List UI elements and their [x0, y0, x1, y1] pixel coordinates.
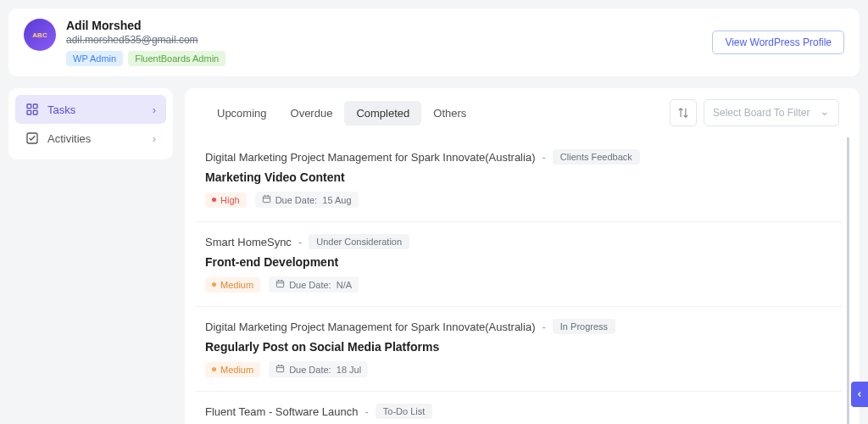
profile-left: ABC Adil Morshed adil.morshed535@gmail.c…: [24, 19, 225, 66]
due-date: Due Date: 15 Aug: [255, 192, 359, 208]
chevron-right-icon: ›: [153, 132, 156, 145]
profile-tags: WP Admin FluentBoards Admin: [66, 51, 225, 66]
breadcrumb-separator: -: [364, 405, 368, 418]
avatar: ABC: [24, 19, 56, 51]
task-meta: Medium Due Date: N/A: [205, 276, 832, 293]
tag-fluentboards-admin: FluentBoards Admin: [128, 51, 225, 66]
priority-badge: Medium: [205, 277, 260, 293]
sidebar-item-label: Activities: [47, 132, 91, 145]
activities-icon: [25, 131, 39, 145]
profile-info: Adil Morshed adil.morshed535@gmail.com W…: [66, 19, 225, 66]
toolbar: UpcomingOverdueCompletedOthers Select Bo…: [185, 88, 860, 137]
task-meta: Medium Due Date: 18 Jul: [205, 361, 832, 377]
task-breadcrumb: Fluent Team - Software Launch - To-Do Li…: [205, 404, 832, 419]
priority-badge: Medium: [205, 362, 260, 377]
priority-dot-icon: [212, 367, 216, 371]
task-stage-badge: In Progress: [553, 319, 615, 334]
task-row[interactable]: Digital Marketing Project Management for…: [195, 137, 842, 222]
profile-name: Adil Morshed: [66, 19, 225, 32]
priority-dot-icon: [212, 198, 216, 202]
priority-badge: High: [205, 192, 247, 208]
sidebar-item-tasks[interactable]: Tasks ›: [15, 95, 166, 124]
breadcrumb-separator: -: [542, 321, 545, 333]
task-stage-badge: Clients Feedback: [553, 149, 640, 165]
sidebar-item-activities[interactable]: Activities ›: [15, 124, 166, 153]
svg-rect-3: [33, 110, 37, 114]
breadcrumb-separator: -: [298, 236, 302, 248]
sort-button[interactable]: [670, 99, 697, 126]
side-fab-button[interactable]: [851, 382, 868, 407]
breadcrumb-separator: -: [542, 151, 545, 164]
board-select[interactable]: Select Board To Filter: [704, 99, 839, 126]
task-project: Fluent Team - Software Launch: [205, 405, 358, 418]
profile-email: adil.morshed535@gmail.com: [66, 34, 225, 46]
task-row[interactable]: Fluent Team - Software Launch - To-Do Li…: [195, 392, 842, 424]
svg-rect-5: [263, 196, 270, 202]
calendar-icon: [262, 194, 271, 205]
task-title: Regularly Post on Social Media Platforms: [205, 340, 832, 354]
task-breadcrumb: Smart HomeSync - Under Consideration: [205, 234, 832, 249]
svg-rect-0: [27, 104, 31, 109]
task-stage-badge: Under Consideration: [309, 234, 409, 249]
task-title: Marketing Video Content: [205, 170, 832, 184]
svg-rect-13: [277, 365, 284, 371]
task-row[interactable]: Digital Marketing Project Management for…: [195, 307, 842, 392]
svg-rect-1: [33, 104, 37, 109]
tasks-icon: [25, 103, 39, 116]
board-select-placeholder: Select Board To Filter: [713, 107, 810, 119]
main-panel: UpcomingOverdueCompletedOthers Select Bo…: [185, 88, 860, 424]
sidebar: Tasks › Activities ›: [8, 88, 173, 159]
due-date: Due Date: N/A: [269, 276, 359, 293]
task-title: Front-end Development: [205, 255, 832, 269]
task-breadcrumb: Digital Marketing Project Management for…: [205, 149, 832, 165]
task-row[interactable]: Smart HomeSync - Under Consideration Fro…: [195, 222, 842, 307]
task-list: Digital Marketing Project Management for…: [185, 137, 860, 424]
view-wordpress-profile-button[interactable]: View WordPress Profile: [712, 31, 844, 54]
task-project: Smart HomeSync: [205, 236, 292, 248]
svg-rect-2: [27, 110, 31, 114]
calendar-icon: [275, 364, 285, 375]
priority-dot-icon: [212, 282, 216, 287]
tabs: UpcomingOverdueCompletedOthers: [205, 101, 478, 126]
profile-card: ABC Adil Morshed adil.morshed535@gmail.c…: [8, 8, 860, 76]
task-project: Digital Marketing Project Management for…: [205, 151, 535, 164]
task-meta: High Due Date: 15 Aug: [205, 192, 832, 208]
toolbar-right: Select Board To Filter: [670, 99, 839, 126]
svg-rect-9: [277, 281, 284, 287]
task-project: Digital Marketing Project Management for…: [205, 321, 535, 333]
tab-completed[interactable]: Completed: [344, 101, 421, 126]
task-breadcrumb: Digital Marketing Project Management for…: [205, 319, 832, 334]
task-stage-badge: To-Do List: [376, 404, 433, 419]
tag-wp-admin: WP Admin: [66, 51, 123, 66]
sidebar-item-label: Tasks: [47, 103, 75, 116]
sort-icon: [677, 107, 689, 119]
calendar-icon: [275, 279, 285, 290]
chevron-right-icon: ›: [153, 103, 156, 116]
tab-others[interactable]: Others: [421, 101, 478, 126]
tab-overdue[interactable]: Overdue: [279, 101, 345, 126]
chevron-left-icon: [855, 390, 864, 399]
layout: Tasks › Activities › UpcomingOverdueComp…: [8, 88, 860, 424]
tab-upcoming[interactable]: Upcoming: [205, 101, 279, 126]
due-date: Due Date: 18 Jul: [269, 361, 368, 377]
